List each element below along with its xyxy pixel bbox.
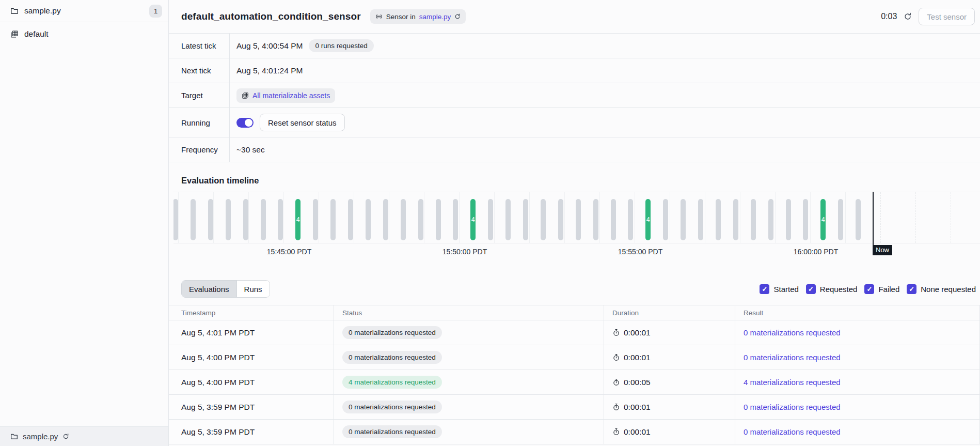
cell-timestamp: Aug 5, 4:00 PM PDT <box>169 370 334 394</box>
result-link[interactable]: 0 materializations requested <box>744 403 841 411</box>
tick-bar-none[interactable] <box>505 199 511 240</box>
gridline <box>178 192 179 243</box>
sidebar-item-default-group[interactable]: default <box>0 22 168 45</box>
tick-bar-none[interactable] <box>628 199 633 240</box>
tick-bar-none[interactable] <box>226 199 231 240</box>
tick-bar-none[interactable] <box>278 199 283 240</box>
tick-bar-none[interactable] <box>576 199 581 240</box>
filter-failed[interactable]: ✓Failed <box>864 284 899 294</box>
tick-bar-none[interactable] <box>366 199 371 240</box>
filter-label: None requested <box>921 285 976 294</box>
duration-value: 0:00:01 <box>624 328 651 337</box>
result-link[interactable]: 0 materializations requested <box>744 328 841 337</box>
tick-bar-none[interactable] <box>856 199 861 240</box>
cell-status: 0 materializations requested <box>334 320 604 345</box>
filter-group: ✓Started✓Requested✓Failed✓None requested <box>760 284 976 294</box>
tick-bar-requested[interactable]: 4 <box>645 199 651 240</box>
tick-bar-requested[interactable]: 4 <box>470 199 476 240</box>
sensor-origin-file-link[interactable]: sample.py <box>419 13 451 21</box>
test-sensor-button[interactable]: Test sensor <box>919 8 975 25</box>
tick-bar-none[interactable] <box>348 199 353 240</box>
tick-bar-none[interactable] <box>453 199 458 240</box>
status-badge: 0 materializations requested <box>342 351 442 364</box>
app: sample.py 1 default sample.py default_au… <box>0 0 980 446</box>
tick-bar-none[interactable] <box>838 199 843 240</box>
reset-sensor-status-button[interactable]: Reset sensor status <box>260 114 345 131</box>
refresh-icon[interactable] <box>454 13 461 20</box>
tick-bar-none[interactable] <box>330 199 336 240</box>
meta-label: Latest tick <box>169 34 230 58</box>
tick-bar-none[interactable] <box>558 199 563 240</box>
tick-bar-none[interactable] <box>243 199 248 240</box>
cell-timestamp: Aug 5, 4:01 PM PDT <box>169 320 334 345</box>
refresh-icon[interactable] <box>904 12 912 21</box>
meta-row-latest-tick: Latest tick Aug 5, 4:00:54 PM 0 runs req… <box>169 34 980 58</box>
gridline <box>248 192 249 243</box>
tick-bar-none[interactable] <box>488 199 493 240</box>
gridline <box>740 192 740 243</box>
tick-bar-none[interactable] <box>663 199 668 240</box>
filter-started[interactable]: ✓Started <box>760 284 798 294</box>
gridline <box>494 192 495 243</box>
checkbox-check-icon[interactable]: ✓ <box>864 284 874 294</box>
tick-bar-none[interactable] <box>786 199 791 240</box>
sensor-origin-badge: Sensor in sample.py <box>370 9 466 24</box>
result-link[interactable]: 4 materializations requested <box>744 378 841 387</box>
sidebar-item-label: default <box>24 29 49 39</box>
sidebar: sample.py 1 default sample.py <box>0 0 169 446</box>
status-badge: 4 materializations requested <box>342 376 442 389</box>
tick-bar-none[interactable] <box>313 199 318 240</box>
tick-bar-none[interactable] <box>173 199 178 240</box>
stopwatch-icon <box>612 403 620 411</box>
cell-status: 0 materializations requested <box>334 420 604 444</box>
tick-bar-none[interactable] <box>716 199 721 240</box>
duration-value: 0:00:05 <box>624 378 651 387</box>
filter-requested[interactable]: ✓Requested <box>806 284 858 294</box>
tick-bar-none[interactable] <box>733 199 738 240</box>
tick-bar-none[interactable] <box>418 199 423 240</box>
tick-bar-none[interactable] <box>681 199 686 240</box>
tick-bar-requested[interactable]: 4 <box>295 199 301 240</box>
tab-evaluations[interactable]: Evaluations <box>182 281 236 297</box>
tick-bar-none[interactable] <box>611 199 616 240</box>
cell-duration: 0:00:01 <box>604 320 735 345</box>
column-header-timestamp: Timestamp <box>169 305 334 320</box>
code-location-icon <box>10 30 19 38</box>
tick-bar-none[interactable] <box>383 199 388 240</box>
timeline-chart: 4444 <box>173 192 980 243</box>
column-header-result: Result <box>735 305 979 320</box>
target-assets-chip[interactable]: All materializable assets <box>236 88 335 103</box>
duration-value: 0:00:01 <box>624 427 651 437</box>
tick-bar-none[interactable] <box>768 199 773 240</box>
tick-bar-none[interactable] <box>698 199 703 240</box>
tick-bar-none[interactable] <box>191 199 196 240</box>
tick-bar-none[interactable] <box>523 199 528 240</box>
tick-bar-none[interactable] <box>261 199 266 240</box>
cell-timestamp: Aug 5, 3:59 PM PDT <box>169 395 334 419</box>
tick-bar-none[interactable] <box>436 199 441 240</box>
tick-bar-none[interactable] <box>803 199 808 240</box>
checkbox-check-icon[interactable]: ✓ <box>760 284 769 294</box>
tick-bar-none[interactable] <box>751 199 756 240</box>
reload-location-icon[interactable] <box>62 433 69 440</box>
cell-duration: 0:00:01 <box>604 345 735 370</box>
refresh-countdown: 0:03 <box>881 12 897 21</box>
cell-duration: 0:00:05 <box>604 370 735 394</box>
sidebar-item-code-location-file[interactable]: sample.py 1 <box>0 0 168 22</box>
tab-runs[interactable]: Runs <box>236 281 270 297</box>
checkbox-check-icon[interactable]: ✓ <box>907 284 916 294</box>
tick-bar-none[interactable] <box>401 199 406 240</box>
filter-none-requested[interactable]: ✓None requested <box>907 284 976 294</box>
result-link[interactable]: 0 materializations requested <box>744 353 841 362</box>
evaluations-table: Timestamp Status Duration Result Aug 5, … <box>169 305 980 444</box>
tick-bar-requested[interactable]: 4 <box>820 199 826 240</box>
list-controls: Evaluations Runs ✓Started✓Requested✓Fail… <box>181 280 976 298</box>
checkbox-check-icon[interactable]: ✓ <box>806 284 816 294</box>
tick-bar-none[interactable] <box>541 199 546 240</box>
toggle-knob <box>245 119 252 127</box>
tick-bar-none[interactable] <box>593 199 598 240</box>
gridline <box>354 192 354 243</box>
running-toggle[interactable] <box>236 118 254 128</box>
result-link[interactable]: 0 materializations requested <box>744 427 841 436</box>
tick-bar-none[interactable] <box>208 199 213 240</box>
